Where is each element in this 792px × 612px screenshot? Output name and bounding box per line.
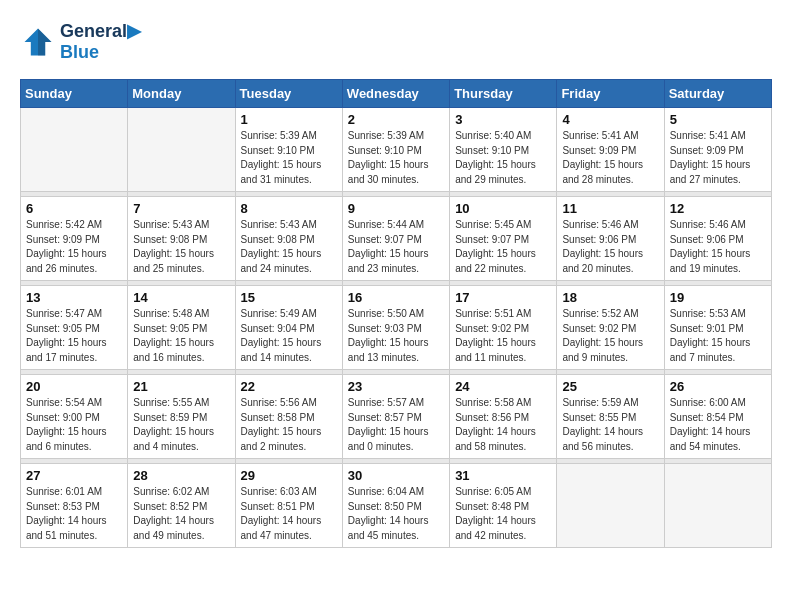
page-header: General▶ Blue bbox=[20, 20, 772, 63]
day-number: 1 bbox=[241, 112, 337, 127]
day-number: 13 bbox=[26, 290, 122, 305]
day-number: 11 bbox=[562, 201, 658, 216]
day-number: 16 bbox=[348, 290, 444, 305]
day-number: 26 bbox=[670, 379, 766, 394]
day-info: Sunrise: 6:00 AM Sunset: 8:54 PM Dayligh… bbox=[670, 396, 766, 454]
day-info: Sunrise: 5:45 AM Sunset: 9:07 PM Dayligh… bbox=[455, 218, 551, 276]
calendar-cell: 25Sunrise: 5:59 AM Sunset: 8:55 PM Dayli… bbox=[557, 375, 664, 459]
weekday-header-monday: Monday bbox=[128, 80, 235, 108]
day-number: 22 bbox=[241, 379, 337, 394]
day-number: 18 bbox=[562, 290, 658, 305]
day-info: Sunrise: 5:56 AM Sunset: 8:58 PM Dayligh… bbox=[241, 396, 337, 454]
day-info: Sunrise: 6:01 AM Sunset: 8:53 PM Dayligh… bbox=[26, 485, 122, 543]
weekday-header-wednesday: Wednesday bbox=[342, 80, 449, 108]
day-info: Sunrise: 6:04 AM Sunset: 8:50 PM Dayligh… bbox=[348, 485, 444, 543]
calendar-cell: 1Sunrise: 5:39 AM Sunset: 9:10 PM Daylig… bbox=[235, 108, 342, 192]
calendar-cell: 4Sunrise: 5:41 AM Sunset: 9:09 PM Daylig… bbox=[557, 108, 664, 192]
day-info: Sunrise: 5:54 AM Sunset: 9:00 PM Dayligh… bbox=[26, 396, 122, 454]
calendar-cell: 18Sunrise: 5:52 AM Sunset: 9:02 PM Dayli… bbox=[557, 286, 664, 370]
week-row-3: 13Sunrise: 5:47 AM Sunset: 9:05 PM Dayli… bbox=[21, 286, 772, 370]
weekday-header-tuesday: Tuesday bbox=[235, 80, 342, 108]
calendar-cell: 23Sunrise: 5:57 AM Sunset: 8:57 PM Dayli… bbox=[342, 375, 449, 459]
logo-text: General▶ Blue bbox=[60, 20, 141, 63]
weekday-header-sunday: Sunday bbox=[21, 80, 128, 108]
calendar-cell: 29Sunrise: 6:03 AM Sunset: 8:51 PM Dayli… bbox=[235, 464, 342, 548]
calendar-cell: 20Sunrise: 5:54 AM Sunset: 9:00 PM Dayli… bbox=[21, 375, 128, 459]
day-info: Sunrise: 5:41 AM Sunset: 9:09 PM Dayligh… bbox=[562, 129, 658, 187]
day-info: Sunrise: 5:59 AM Sunset: 8:55 PM Dayligh… bbox=[562, 396, 658, 454]
logo: General▶ Blue bbox=[20, 20, 141, 63]
calendar-cell: 13Sunrise: 5:47 AM Sunset: 9:05 PM Dayli… bbox=[21, 286, 128, 370]
weekday-header-friday: Friday bbox=[557, 80, 664, 108]
day-number: 14 bbox=[133, 290, 229, 305]
day-number: 20 bbox=[26, 379, 122, 394]
calendar-cell: 5Sunrise: 5:41 AM Sunset: 9:09 PM Daylig… bbox=[664, 108, 771, 192]
day-number: 6 bbox=[26, 201, 122, 216]
day-number: 25 bbox=[562, 379, 658, 394]
calendar-cell: 11Sunrise: 5:46 AM Sunset: 9:06 PM Dayli… bbox=[557, 197, 664, 281]
day-info: Sunrise: 5:44 AM Sunset: 9:07 PM Dayligh… bbox=[348, 218, 444, 276]
calendar-cell: 3Sunrise: 5:40 AM Sunset: 9:10 PM Daylig… bbox=[450, 108, 557, 192]
day-info: Sunrise: 5:39 AM Sunset: 9:10 PM Dayligh… bbox=[241, 129, 337, 187]
day-info: Sunrise: 5:42 AM Sunset: 9:09 PM Dayligh… bbox=[26, 218, 122, 276]
day-number: 2 bbox=[348, 112, 444, 127]
calendar-cell: 15Sunrise: 5:49 AM Sunset: 9:04 PM Dayli… bbox=[235, 286, 342, 370]
day-info: Sunrise: 5:39 AM Sunset: 9:10 PM Dayligh… bbox=[348, 129, 444, 187]
calendar-table: SundayMondayTuesdayWednesdayThursdayFrid… bbox=[20, 79, 772, 548]
day-number: 10 bbox=[455, 201, 551, 216]
day-number: 7 bbox=[133, 201, 229, 216]
day-number: 29 bbox=[241, 468, 337, 483]
weekday-header-saturday: Saturday bbox=[664, 80, 771, 108]
week-row-5: 27Sunrise: 6:01 AM Sunset: 8:53 PM Dayli… bbox=[21, 464, 772, 548]
day-info: Sunrise: 5:52 AM Sunset: 9:02 PM Dayligh… bbox=[562, 307, 658, 365]
day-number: 21 bbox=[133, 379, 229, 394]
calendar-cell: 31Sunrise: 6:05 AM Sunset: 8:48 PM Dayli… bbox=[450, 464, 557, 548]
calendar-cell: 28Sunrise: 6:02 AM Sunset: 8:52 PM Dayli… bbox=[128, 464, 235, 548]
calendar-cell: 16Sunrise: 5:50 AM Sunset: 9:03 PM Dayli… bbox=[342, 286, 449, 370]
calendar-cell: 26Sunrise: 6:00 AM Sunset: 8:54 PM Dayli… bbox=[664, 375, 771, 459]
day-info: Sunrise: 5:46 AM Sunset: 9:06 PM Dayligh… bbox=[670, 218, 766, 276]
calendar-cell: 12Sunrise: 5:46 AM Sunset: 9:06 PM Dayli… bbox=[664, 197, 771, 281]
day-info: Sunrise: 5:47 AM Sunset: 9:05 PM Dayligh… bbox=[26, 307, 122, 365]
day-number: 31 bbox=[455, 468, 551, 483]
day-info: Sunrise: 5:48 AM Sunset: 9:05 PM Dayligh… bbox=[133, 307, 229, 365]
day-info: Sunrise: 5:40 AM Sunset: 9:10 PM Dayligh… bbox=[455, 129, 551, 187]
day-number: 24 bbox=[455, 379, 551, 394]
day-number: 17 bbox=[455, 290, 551, 305]
day-number: 23 bbox=[348, 379, 444, 394]
calendar-cell: 2Sunrise: 5:39 AM Sunset: 9:10 PM Daylig… bbox=[342, 108, 449, 192]
day-info: Sunrise: 5:43 AM Sunset: 9:08 PM Dayligh… bbox=[241, 218, 337, 276]
week-row-1: 1Sunrise: 5:39 AM Sunset: 9:10 PM Daylig… bbox=[21, 108, 772, 192]
day-info: Sunrise: 5:57 AM Sunset: 8:57 PM Dayligh… bbox=[348, 396, 444, 454]
day-info: Sunrise: 6:02 AM Sunset: 8:52 PM Dayligh… bbox=[133, 485, 229, 543]
calendar-cell: 27Sunrise: 6:01 AM Sunset: 8:53 PM Dayli… bbox=[21, 464, 128, 548]
day-number: 15 bbox=[241, 290, 337, 305]
day-info: Sunrise: 6:03 AM Sunset: 8:51 PM Dayligh… bbox=[241, 485, 337, 543]
calendar-cell: 30Sunrise: 6:04 AM Sunset: 8:50 PM Dayli… bbox=[342, 464, 449, 548]
day-info: Sunrise: 5:50 AM Sunset: 9:03 PM Dayligh… bbox=[348, 307, 444, 365]
day-number: 3 bbox=[455, 112, 551, 127]
calendar-cell: 8Sunrise: 5:43 AM Sunset: 9:08 PM Daylig… bbox=[235, 197, 342, 281]
day-info: Sunrise: 5:43 AM Sunset: 9:08 PM Dayligh… bbox=[133, 218, 229, 276]
calendar-cell bbox=[21, 108, 128, 192]
logo-icon bbox=[20, 24, 56, 60]
calendar-cell: 9Sunrise: 5:44 AM Sunset: 9:07 PM Daylig… bbox=[342, 197, 449, 281]
calendar-cell: 17Sunrise: 5:51 AM Sunset: 9:02 PM Dayli… bbox=[450, 286, 557, 370]
day-info: Sunrise: 5:51 AM Sunset: 9:02 PM Dayligh… bbox=[455, 307, 551, 365]
calendar-cell bbox=[128, 108, 235, 192]
day-number: 4 bbox=[562, 112, 658, 127]
day-info: Sunrise: 5:58 AM Sunset: 8:56 PM Dayligh… bbox=[455, 396, 551, 454]
calendar-cell: 19Sunrise: 5:53 AM Sunset: 9:01 PM Dayli… bbox=[664, 286, 771, 370]
calendar-cell bbox=[664, 464, 771, 548]
day-number: 9 bbox=[348, 201, 444, 216]
calendar-cell: 7Sunrise: 5:43 AM Sunset: 9:08 PM Daylig… bbox=[128, 197, 235, 281]
day-info: Sunrise: 5:53 AM Sunset: 9:01 PM Dayligh… bbox=[670, 307, 766, 365]
day-info: Sunrise: 5:46 AM Sunset: 9:06 PM Dayligh… bbox=[562, 218, 658, 276]
calendar-cell: 22Sunrise: 5:56 AM Sunset: 8:58 PM Dayli… bbox=[235, 375, 342, 459]
day-number: 27 bbox=[26, 468, 122, 483]
week-row-4: 20Sunrise: 5:54 AM Sunset: 9:00 PM Dayli… bbox=[21, 375, 772, 459]
day-number: 30 bbox=[348, 468, 444, 483]
calendar-cell: 24Sunrise: 5:58 AM Sunset: 8:56 PM Dayli… bbox=[450, 375, 557, 459]
day-info: Sunrise: 5:55 AM Sunset: 8:59 PM Dayligh… bbox=[133, 396, 229, 454]
calendar-cell bbox=[557, 464, 664, 548]
